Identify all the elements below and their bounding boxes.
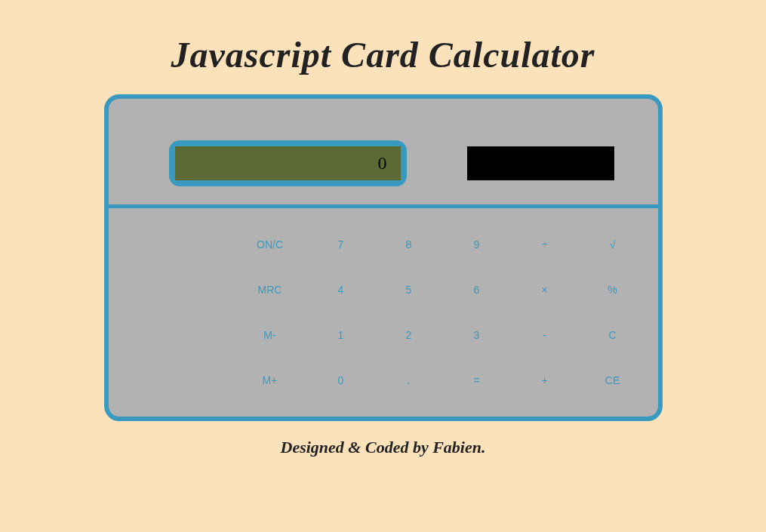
add-button[interactable]: +	[530, 374, 560, 386]
page-title: Javascript Card Calculator	[171, 34, 595, 75]
digit-1-button[interactable]: 1	[326, 329, 356, 341]
digit-3-button[interactable]: 3	[462, 329, 492, 341]
digit-2-button[interactable]: 2	[394, 329, 424, 341]
mrc-button[interactable]: MRC	[252, 284, 288, 296]
m-minus-button[interactable]: M-	[252, 329, 288, 341]
footer-credit: Designed & Coded by Fabien.	[281, 438, 486, 457]
digit-5-button[interactable]: 5	[394, 284, 424, 296]
on-clear-button[interactable]: ON/C	[252, 238, 288, 251]
calculator-top-section: 0	[109, 99, 658, 208]
clear-button[interactable]: C	[598, 329, 628, 341]
digit-6-button[interactable]: 6	[462, 284, 492, 296]
decimal-button[interactable]: .	[394, 374, 424, 386]
sqrt-button[interactable]: √	[598, 238, 628, 251]
calculator-card: 0 ON/C 7 8 9 ÷ √ MRC 4 5 6 × % M- 1 2 3 …	[104, 94, 663, 421]
digit-4-button[interactable]: 4	[326, 284, 356, 296]
equals-button[interactable]: =	[462, 374, 492, 386]
digit-9-button[interactable]: 9	[462, 238, 492, 251]
display-frame: 0	[169, 140, 407, 186]
divide-button[interactable]: ÷	[530, 238, 560, 251]
subtract-button[interactable]: -	[530, 329, 560, 341]
multiply-button[interactable]: ×	[530, 284, 560, 296]
button-grid: ON/C 7 8 9 ÷ √ MRC 4 5 6 × % M- 1 2 3 - …	[109, 208, 658, 417]
percent-button[interactable]: %	[598, 284, 628, 296]
clear-entry-button[interactable]: CE	[598, 374, 628, 386]
button-row-4: M+ 0 . = + CE	[139, 374, 628, 386]
m-plus-button[interactable]: M+	[252, 374, 288, 386]
digit-0-button[interactable]: 0	[326, 374, 356, 386]
digit-8-button[interactable]: 8	[394, 238, 424, 251]
calculator-display: 0	[175, 146, 401, 180]
solar-panel	[467, 146, 614, 180]
digit-7-button[interactable]: 7	[326, 238, 356, 251]
button-row-1: ON/C 7 8 9 ÷ √	[139, 238, 628, 251]
button-row-3: M- 1 2 3 - C	[139, 329, 628, 341]
button-row-2: MRC 4 5 6 × %	[139, 284, 628, 296]
